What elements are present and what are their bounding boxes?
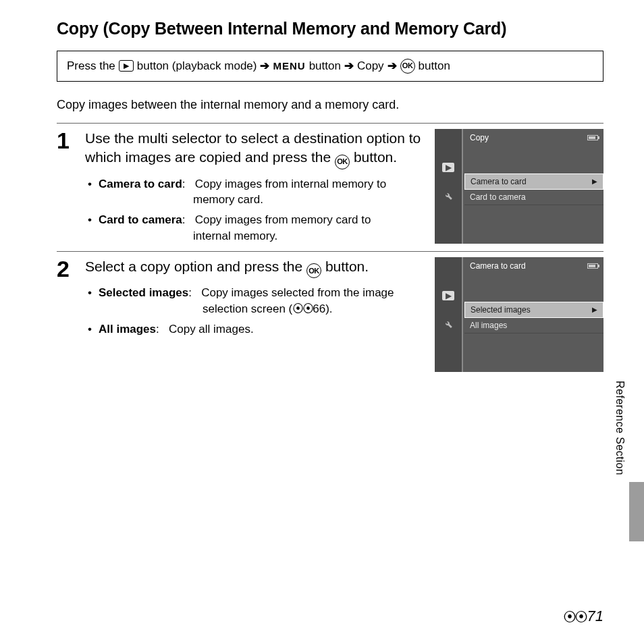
step-2: 2 Select a copy option and press the OK … [57, 251, 603, 372]
colon: : [156, 323, 159, 336]
screen-sidebar: ▶ [435, 129, 463, 244]
menu-button-label: MENU [273, 59, 305, 73]
bullet-definition: Copy images selected from the image [201, 286, 394, 299]
menu-row-selected: Selected images ▶ [464, 302, 603, 318]
chevron-right-icon: ▶ [592, 306, 597, 313]
screen-title-text: Camera to card [470, 261, 526, 271]
bullet-text: 66). [313, 302, 332, 315]
menu-row-selected: Camera to card ▶ [464, 173, 603, 190]
reference-section-icon: ⦿⦿ [563, 610, 586, 625]
step-heading: Use the multi selector to select a desti… [85, 129, 423, 169]
menu-row: Card to camera [464, 190, 603, 205]
menu-row-label: All images [470, 321, 507, 330]
battery-icon [587, 135, 598, 140]
step-heading-text: button. [350, 149, 397, 165]
screen-header: Camera to card [464, 257, 603, 273]
breadcrumb-text: Copy [357, 58, 384, 74]
battery-icon [587, 263, 598, 269]
colon: : [188, 286, 192, 299]
menu-row-label: Camera to card [471, 177, 527, 186]
bullet-definition: memory card. [99, 192, 423, 208]
ok-button-icon: OK [335, 155, 350, 169]
bullet-definition: internal memory. [99, 228, 423, 244]
colon: : [182, 213, 186, 226]
menu-row-label: Card to camera [470, 192, 526, 202]
intro-text: Copy images between the internal memory … [57, 98, 603, 112]
ok-button-icon: OK [306, 263, 321, 278]
wrench-icon [442, 319, 454, 329]
menu-row-label: Selected images [471, 305, 531, 315]
page-title: Copy (Copy Between Internal Memory and M… [57, 19, 603, 38]
screen-title-text: Copy [470, 133, 489, 142]
bullet-definition: Copy images from memory card to [195, 213, 371, 226]
wrench-icon [442, 191, 454, 200]
bullet-item: Selected images: Copy images selected fr… [99, 285, 423, 317]
step-heading: Select a copy option and press the OK bu… [85, 257, 423, 278]
breadcrumb-text: button (playback mode) [137, 58, 257, 74]
breadcrumb-text: button [309, 58, 341, 74]
step-heading-text: Select a copy option and press the [85, 259, 306, 274]
arrow-icon: ➔ [260, 58, 269, 74]
breadcrumb-text: button [419, 58, 450, 74]
chevron-right-icon: ▶ [592, 178, 597, 185]
bullet-item: Camera to card: Copy images from interna… [99, 176, 423, 209]
step-number: 2 [57, 257, 73, 372]
menu-row: All images [464, 318, 603, 333]
arrow-icon: ➔ [344, 58, 354, 74]
bullet-term: All images [99, 323, 156, 336]
page-number-value: 71 [587, 608, 603, 625]
section-tab-marker [629, 482, 644, 541]
playback-button-icon: ▶ [119, 60, 134, 72]
camera-screen-illustration: ▶ Copy Camera to card ▶ Card to camera [435, 129, 603, 244]
step-number: 1 [57, 129, 73, 248]
bullet-item: All images: Copy all images. [99, 321, 423, 338]
bullet-text: selection screen ( [203, 302, 292, 315]
step-heading-text: button. [321, 259, 369, 274]
arrow-icon: ➔ [387, 58, 397, 74]
bullet-term: Camera to card [99, 178, 182, 190]
camera-screen-illustration: ▶ Camera to card Selected images ▶ All i [435, 257, 603, 372]
screen-header: Copy [464, 129, 603, 145]
ok-button-icon: OK [400, 59, 415, 74]
section-side-label: Reference Section [614, 381, 626, 475]
navigation-path-box: Press the ▶ button (playback mode) ➔ MEN… [57, 51, 603, 82]
bullet-definition: selection screen (⦿⦿66). [99, 301, 423, 317]
colon: : [182, 178, 186, 190]
screen-sidebar: ▶ [435, 257, 463, 372]
bullet-definition: Copy images from internal memory to [195, 178, 386, 190]
bullet-term: Card to camera [99, 213, 182, 226]
page-number: ⦿⦿ 71 [563, 608, 603, 625]
breadcrumb-text: Press the [67, 58, 115, 74]
bullet-definition: Copy all images. [169, 323, 254, 336]
playback-mode-icon: ▶ [442, 163, 454, 172]
bullet-item: Card to camera: Copy images from memory … [99, 212, 423, 244]
step-1: 1 Use the multi selector to select a des… [57, 123, 603, 248]
bullet-term: Selected images [99, 286, 188, 299]
playback-mode-icon: ▶ [442, 291, 454, 300]
reference-icon: ⦿⦿ [292, 302, 313, 315]
